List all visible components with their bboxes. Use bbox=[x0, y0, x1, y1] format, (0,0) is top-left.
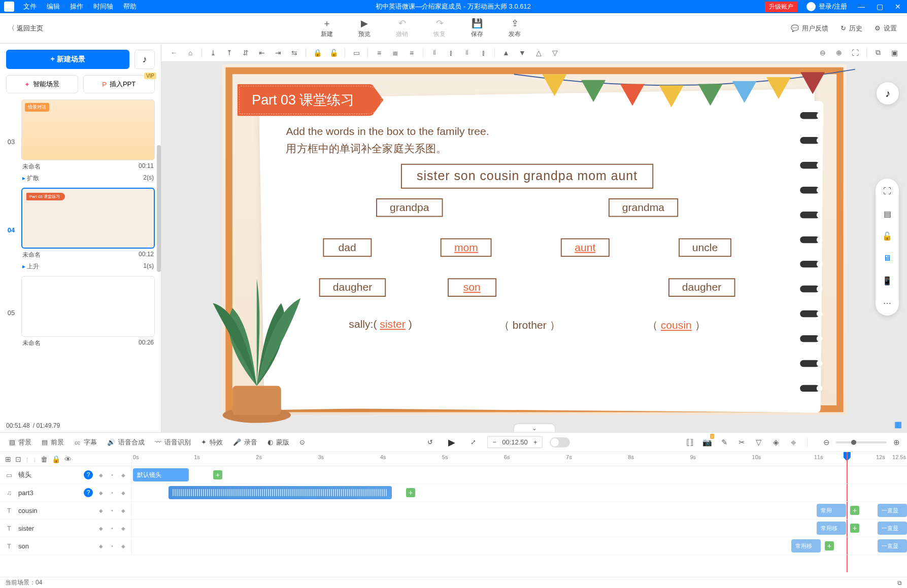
node-grandma[interactable]: grandma bbox=[608, 198, 678, 217]
add-keyframe-button[interactable]: + bbox=[850, 506, 859, 515]
fx-tool[interactable]: ✦特效 bbox=[197, 438, 227, 447]
insert-ppt-button[interactable]: P插入PPTVIP bbox=[83, 75, 155, 93]
text-align-right-button[interactable]: ≡ bbox=[404, 46, 419, 60]
add-folder-button[interactable]: ⊡ bbox=[15, 455, 21, 463]
keyframe-dot[interactable]: ◆ bbox=[120, 508, 126, 513]
track-text-sister[interactable]: T sister ◆ • ◆ 常用移 + 一直显 bbox=[0, 520, 907, 537]
settings-button[interactable]: ⚙设置 bbox=[875, 24, 897, 33]
camera-tool[interactable]: 📷 bbox=[701, 438, 713, 447]
cut-tool[interactable]: ✂ bbox=[736, 438, 747, 447]
playhead[interactable] bbox=[844, 452, 851, 461]
keyframe-dot[interactable]: ◆ bbox=[98, 526, 104, 531]
history-button[interactable]: ↻历史 bbox=[841, 24, 862, 33]
collapse-canvas-button[interactable]: ⌄ bbox=[514, 424, 555, 432]
edit-tool[interactable]: ✎ bbox=[719, 438, 730, 447]
menu-file[interactable]: 文件 bbox=[18, 2, 42, 11]
save-button[interactable]: 💾保存 bbox=[471, 18, 483, 39]
desktop-view-button[interactable]: 🖥 bbox=[879, 252, 896, 265]
time-minus-button[interactable]: − bbox=[489, 438, 500, 446]
lock-track-button[interactable]: 🔒 bbox=[52, 455, 60, 463]
track-camera[interactable]: ▭ 镜头 ? ◆ • ◆ 默认镜头 + bbox=[0, 466, 907, 484]
camera-clip[interactable]: 默认镜头 bbox=[133, 468, 189, 481]
keyframe-dot[interactable]: ◆ bbox=[98, 472, 104, 478]
node-daughter2[interactable]: daugher bbox=[668, 279, 734, 297]
back-home-button[interactable]: 〈 返回主页 bbox=[0, 13, 51, 43]
subtitle-tool[interactable]: ㏄字幕 bbox=[70, 438, 101, 447]
menu-help[interactable]: 帮助 bbox=[118, 2, 142, 11]
dist-h-button[interactable]: ⫴ bbox=[427, 46, 442, 60]
menu-edit[interactable]: 编辑 bbox=[42, 2, 65, 11]
nav-home-button[interactable]: ⌂ bbox=[183, 46, 198, 60]
align-hcenter-button[interactable]: ⇆ bbox=[287, 46, 302, 60]
node-daughter1[interactable]: daugher bbox=[319, 279, 385, 297]
tts-tool[interactable]: 🔊语音合成 bbox=[103, 438, 149, 447]
dist-v2-button[interactable]: ⫿ bbox=[476, 46, 491, 60]
zoom-out-timeline[interactable]: ⊖ bbox=[821, 438, 832, 447]
menu-timeline[interactable]: 时间轴 bbox=[88, 2, 118, 11]
mask-tool[interactable]: ◐蒙版 bbox=[263, 438, 293, 447]
node-aunt[interactable]: aunt bbox=[560, 238, 609, 257]
keyframe-dot[interactable]: • bbox=[109, 526, 115, 531]
maximize-button[interactable]: ▢ bbox=[870, 3, 889, 11]
undo-button[interactable]: ↶撤销 bbox=[396, 18, 408, 39]
word-box[interactable]: sister son cousin grandpa mom aunt bbox=[401, 164, 653, 189]
minimize-button[interactable]: — bbox=[852, 3, 870, 11]
menu-operate[interactable]: 操作 bbox=[65, 2, 88, 11]
label-cousin[interactable]: （ cousin ） bbox=[647, 319, 705, 333]
key-tool[interactable]: ◈ bbox=[770, 438, 782, 447]
timeline-ruler[interactable]: 0s 1s 2s 3s 4s 5s 6s 7s 8s 9s 10s 11s 12… bbox=[132, 452, 907, 466]
scene-thumbnail[interactable] bbox=[21, 99, 155, 160]
new-button[interactable]: ＋新建 bbox=[321, 18, 333, 39]
ai-scene-button[interactable]: ✦智能场景 bbox=[6, 75, 78, 93]
keyframe-dot[interactable]: ◆ bbox=[98, 490, 104, 496]
filter-tool[interactable]: ▽ bbox=[753, 438, 764, 447]
align-vcenter-button[interactable]: ⇵ bbox=[238, 46, 253, 60]
canvas-page[interactable]: ▭默认镜头 bbox=[222, 64, 846, 415]
dist-h2-button[interactable]: ⫴ bbox=[459, 46, 475, 60]
feedback-button[interactable]: 💬用户反馈 bbox=[791, 24, 828, 33]
footer-copy-icon[interactable]: ⧉ bbox=[897, 579, 902, 586]
keyframe-dot[interactable]: ◆ bbox=[120, 472, 126, 478]
keyframe-dot[interactable]: ◆ bbox=[120, 490, 126, 496]
bring-front-button[interactable]: ▲ bbox=[498, 46, 514, 60]
anim-tag[interactable]: 常用 bbox=[817, 504, 846, 517]
keyframe-dot[interactable]: • bbox=[109, 543, 115, 549]
delete-track-button[interactable]: 🗑 bbox=[41, 455, 48, 463]
add-keyframe-button[interactable]: + bbox=[406, 488, 415, 497]
nav-back-button[interactable]: ← bbox=[166, 46, 182, 60]
marker-tool[interactable]: ⟦⟧ bbox=[684, 438, 695, 447]
group-button[interactable]: ▭ bbox=[349, 46, 364, 60]
redo-button[interactable]: ↷恢复 bbox=[433, 18, 446, 39]
track-audio[interactable]: ♫ part3 ? ◆ • ◆ + bbox=[0, 484, 907, 502]
preview-button[interactable]: ▶预览 bbox=[358, 18, 371, 39]
lock-tool-button[interactable]: 🔓 bbox=[879, 229, 896, 243]
zoom-fit-button[interactable]: ⛶ bbox=[848, 46, 863, 60]
track-text-cousin[interactable]: T cousin ◆ • ◆ 常用 + 一直显 bbox=[0, 502, 907, 520]
down-button[interactable]: ↓ bbox=[33, 455, 37, 463]
canvas-viewport[interactable]: ▭默认镜头 bbox=[161, 62, 907, 432]
scrollbar[interactable] bbox=[157, 145, 161, 272]
text-align-center-button[interactable]: ≣ bbox=[388, 46, 403, 60]
anim-tag[interactable]: 常用移 bbox=[791, 539, 821, 552]
scene-item-05[interactable]: 05 未命名00:26 bbox=[6, 276, 155, 350]
keyframe-dot[interactable]: ◆ bbox=[120, 526, 126, 531]
anim-tag[interactable]: 一直显 bbox=[878, 504, 907, 517]
keyframe-dot[interactable]: ◆ bbox=[120, 543, 126, 549]
visibility-button[interactable]: 👁 bbox=[64, 455, 72, 463]
align-right-button[interactable]: ⇥ bbox=[271, 46, 286, 60]
anim-tag[interactable]: 一直显 bbox=[878, 539, 907, 552]
track-text-son[interactable]: T son ◆ • ◆ 常用移 + 一直显 bbox=[0, 537, 907, 555]
new-scene-button[interactable]: + 新建场景 bbox=[6, 50, 129, 69]
scene-thumbnail[interactable]: Part 03 课堂练习 bbox=[21, 188, 155, 249]
keyframe-dot[interactable]: • bbox=[109, 508, 115, 513]
unlock-button[interactable]: 🔓 bbox=[326, 46, 341, 60]
more-timeline-tool[interactable]: ⊙ bbox=[295, 438, 309, 446]
more-tool-button[interactable]: ⋯ bbox=[879, 296, 896, 309]
time-input[interactable]: − 00:12.50 + bbox=[487, 436, 543, 448]
add-keyframe-button[interactable]: + bbox=[213, 470, 222, 479]
bring-forward-button[interactable]: △ bbox=[531, 46, 546, 60]
zoom-in-timeline[interactable]: ⊕ bbox=[891, 438, 902, 447]
replay-button[interactable]: ↺ bbox=[423, 438, 437, 446]
floating-music-button[interactable]: ♪ bbox=[877, 82, 899, 105]
align-bottom-button[interactable]: ⤓ bbox=[206, 46, 221, 60]
